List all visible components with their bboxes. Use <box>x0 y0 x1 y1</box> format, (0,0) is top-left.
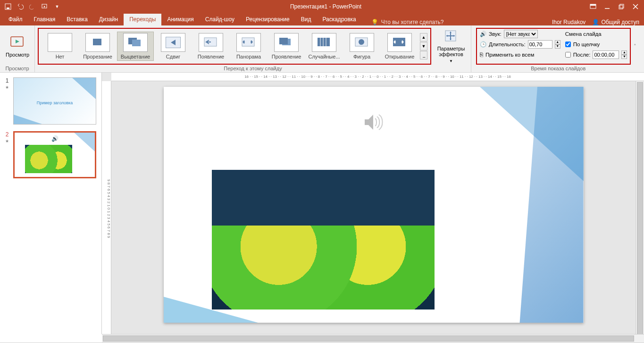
advance-header: Смена слайда <box>565 30 627 39</box>
clock-icon: 🕒 <box>480 41 486 48</box>
gallery-item-split[interactable]: Панорама <box>230 32 267 60</box>
group-preview: Просмотр Просмотр <box>0 25 35 72</box>
gallery-item-cut[interactable]: Прорезание <box>79 32 116 60</box>
svg-rect-4 <box>590 4 596 6</box>
tab-animation[interactable]: Анимация <box>161 14 199 25</box>
bulb-icon: 💡 <box>371 19 378 25</box>
svg-rect-6 <box>619 5 623 9</box>
user-area: Ihor Rudakov 👤Общий доступ <box>552 19 644 25</box>
svg-rect-15 <box>279 38 288 44</box>
vertical-scrollbar[interactable] <box>636 81 644 334</box>
gallery-scroll-down[interactable]: ▼ <box>420 42 427 50</box>
duration-spinner[interactable]: ▲▼ <box>555 40 560 49</box>
preview-button[interactable]: Просмотр <box>3 33 32 59</box>
audio-object-icon[interactable] <box>363 113 385 136</box>
minimize-icon[interactable] <box>601 1 614 12</box>
gallery-item-shape[interactable]: Фигура <box>343 32 380 60</box>
gallery-scroll: ▲ ▼ ⎯ <box>420 33 427 59</box>
preview-icon <box>10 35 25 50</box>
duration-label: Длительность: <box>489 42 526 47</box>
transition-star-icon: ★ <box>5 139 9 143</box>
slide-thumbnails-panel: 1★ Пример заголовка 2★ 🔊 <box>0 73 102 334</box>
tab-slideshow[interactable]: Слайд-шоу <box>200 14 240 25</box>
image-object[interactable] <box>212 170 435 310</box>
ribbon-options-icon[interactable] <box>586 1 600 12</box>
title-bar: ▼ Презентация1 - PowerPoint <box>0 0 644 13</box>
user-name[interactable]: Ihor Rudakov <box>552 19 585 25</box>
effect-options-button[interactable]: Параметры эффектов ▼ <box>434 27 468 65</box>
chevron-down-icon: ▼ <box>449 59 453 63</box>
group-label: Просмотр <box>3 66 32 72</box>
save-icon[interactable] <box>3 1 13 12</box>
tab-design[interactable]: Дизайн <box>93 14 124 25</box>
after-input[interactable] <box>593 50 619 59</box>
ribbon-tabs: Файл Главная Вставка Дизайн Переходы Ани… <box>0 13 644 25</box>
tab-insert[interactable]: Вставка <box>61 14 93 25</box>
after-label: После: <box>573 52 591 58</box>
slide-canvas-area[interactable] <box>111 81 636 334</box>
slide-thumb-1[interactable]: 1★ Пример заголовка <box>4 77 98 125</box>
slide-canvas[interactable] <box>164 87 584 323</box>
horizontal-scrollbar[interactable] <box>102 334 644 343</box>
qa-dropdown-icon[interactable]: ▼ <box>52 1 62 12</box>
edit-area: 16 · · 15 · · 14 · · 13 · · 12 · · 11 · … <box>102 73 644 334</box>
transition-star-icon: ★ <box>5 85 9 90</box>
tab-transitions[interactable]: Переходы <box>124 14 161 25</box>
tab-view[interactable]: Вид <box>295 14 317 25</box>
apply-all-button[interactable]: ⎘ Применить ко всем <box>480 50 560 59</box>
timing-panel: 🔊 Звук: [Нет звука] 🕒 Длительность: ▲▼ ⎘… <box>476 28 631 65</box>
gallery-item-reveal[interactable]: Проявление <box>268 32 305 60</box>
gallery-item-uncover[interactable]: Открывание <box>381 32 418 60</box>
onclick-checkbox[interactable] <box>565 42 571 47</box>
share-icon: 👤 <box>592 19 599 25</box>
quick-access-toolbar: ▼ <box>0 1 65 12</box>
window-title: Презентация1 - PowerPoint <box>65 3 586 10</box>
redo-icon[interactable] <box>27 1 38 12</box>
group-transitions: Нет Прорезание Выцветание Сдвиг Появлени… <box>35 25 471 72</box>
after-spinner[interactable]: ▲▼ <box>621 50 627 59</box>
tab-file[interactable]: Файл <box>3 14 28 25</box>
undo-icon[interactable] <box>15 1 25 12</box>
tab-storyboard[interactable]: Раскадровка <box>317 14 361 25</box>
svg-rect-9 <box>93 39 101 45</box>
gallery-item-fade[interactable]: Выцветание <box>117 32 154 61</box>
svg-point-21 <box>359 39 364 45</box>
svg-rect-1 <box>7 8 9 9</box>
gallery-item-random[interactable]: Случайные... <box>306 32 343 60</box>
duration-input[interactable] <box>528 40 552 49</box>
audio-icon: 🔊 <box>51 135 59 142</box>
tab-home[interactable]: Главная <box>28 14 61 25</box>
sound-icon: 🔊 <box>480 31 486 37</box>
slide-thumb-2[interactable]: 2★ 🔊 <box>4 131 98 178</box>
close-icon[interactable] <box>629 1 642 12</box>
collapse-ribbon-icon[interactable]: ˄ <box>634 43 636 50</box>
share-button[interactable]: 👤Общий доступ <box>592 19 639 25</box>
ribbon: Просмотр Просмотр Нет Прорезание Выцвета… <box>0 25 644 73</box>
gallery-item-none[interactable]: Нет <box>42 32 78 60</box>
sound-select[interactable]: [Нет звука] <box>504 30 538 38</box>
vertical-ruler: 9 8 7 6 5 4 3 2 1 0 1 2 3 4 5 6 7 8 9 <box>102 81 111 334</box>
bg-shape <box>480 87 584 181</box>
tell-me-search[interactable]: 💡 Что вы хотите сделать? <box>362 19 552 25</box>
timing-left-column: 🔊 Звук: [Нет звука] 🕒 Длительность: ▲▼ ⎘… <box>480 30 560 63</box>
effect-options-icon <box>443 29 459 44</box>
after-checkbox[interactable] <box>565 52 571 58</box>
onclick-label: По щелчку <box>573 42 600 47</box>
gallery-scroll-up[interactable]: ▲ <box>420 33 427 42</box>
group-label: Переход к этому слайду <box>38 66 468 72</box>
gallery-item-push[interactable]: Сдвиг <box>155 32 192 60</box>
sound-label: Звук: <box>489 31 502 37</box>
group-label: Время показа слайдов <box>474 66 642 72</box>
gallery-item-wipe[interactable]: Появление <box>192 32 229 60</box>
svg-rect-7 <box>620 4 624 8</box>
restore-icon[interactable] <box>615 1 628 12</box>
start-from-beginning-icon[interactable] <box>40 1 50 12</box>
horizontal-ruler: 16 · · 15 · · 14 · · 13 · · 12 · · 11 · … <box>111 73 644 81</box>
svg-rect-11 <box>132 40 141 46</box>
tab-review[interactable]: Рецензирование <box>240 14 295 25</box>
gallery-expand[interactable]: ⎯ <box>420 51 427 59</box>
apply-all-icon: ⎘ <box>480 52 483 58</box>
svg-rect-16 <box>318 38 330 46</box>
timing-right-column: Смена слайда По щелчку После: ▲▼ <box>565 30 627 63</box>
group-timing: 🔊 Звук: [Нет звука] 🕒 Длительность: ▲▼ ⎘… <box>471 25 644 72</box>
